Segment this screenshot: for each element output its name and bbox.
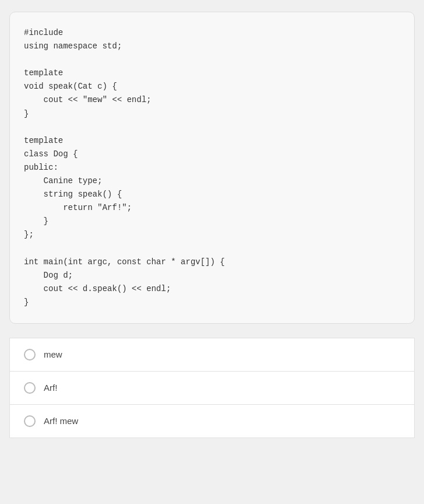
option-item-1[interactable]: mew (9, 338, 415, 372)
code-block-container: #include using namespace std; template v… (9, 12, 415, 324)
radio-button-1[interactable] (24, 349, 36, 360)
option-label-2: Arf! (44, 383, 57, 393)
option-label-1: mew (44, 349, 62, 359)
radio-button-3[interactable] (24, 415, 36, 427)
radio-button-2[interactable] (24, 382, 36, 394)
option-item-2[interactable]: Arf! (9, 372, 415, 405)
answer-options: mewArf!Arf! mew (9, 338, 415, 438)
code-content: #include using namespace std; template v… (24, 26, 400, 309)
option-item-3[interactable]: Arf! mew (9, 405, 415, 438)
option-label-3: Arf! mew (44, 416, 78, 426)
